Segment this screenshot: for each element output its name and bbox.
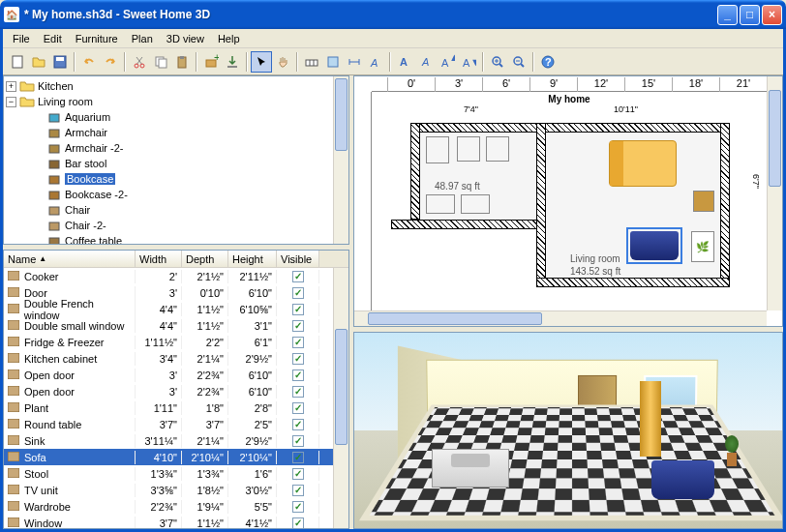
visibility-checkbox[interactable]: ✓ [292, 485, 304, 496]
table-row[interactable]: Cooker2'2'1½"2'11½"✓ [4, 268, 333, 284]
plan-view-2d[interactable]: 0'3'6'9'12'15'18'21' My home 7'4" 10'11"… [353, 75, 783, 327]
furniture-item[interactable] [693, 191, 714, 212]
furniture-item[interactable] [426, 136, 449, 163]
column-header-visible[interactable]: Visible [277, 251, 319, 267]
table-row[interactable]: Sofa4'10"2'10¼"2'10¼"✓ [4, 449, 333, 465]
select-tool-button[interactable] [251, 51, 272, 73]
table-scrollbar[interactable] [333, 268, 348, 528]
visibility-checkbox[interactable]: ✓ [292, 369, 304, 381]
zoom-out-button[interactable] [508, 51, 529, 73]
furniture-item[interactable] [457, 136, 480, 162]
visibility-checkbox[interactable]: ✓ [292, 304, 304, 315]
decrease-text-button[interactable]: A▼ [458, 51, 479, 73]
tree-item[interactable]: Armchair -2- [6, 140, 331, 156]
text-italic-button[interactable]: A [415, 51, 437, 73]
tree-item[interactable]: Chair [6, 202, 331, 218]
table-row[interactable]: Sink3'11¼"2'1¼"2'9½"✓ [4, 432, 333, 449]
table-row[interactable]: Double small window4'4"1'1½"3'1"✓ [4, 317, 333, 334]
tree-toggle-icon[interactable]: − [6, 97, 16, 107]
visibility-checkbox[interactable]: ✓ [292, 353, 304, 365]
furniture-item[interactable] [426, 194, 455, 214]
text-bold-button[interactable]: A [394, 51, 415, 73]
visibility-checkbox[interactable]: ✓ [292, 501, 304, 513]
furniture-bed[interactable] [609, 140, 677, 187]
menu-furniture[interactable]: Furniture [70, 31, 124, 46]
menu-3dview[interactable]: 3D view [161, 31, 210, 46]
cut-button[interactable] [129, 51, 150, 73]
tree-item[interactable]: Armchair [6, 125, 331, 140]
table-row[interactable]: Plant1'11"1'8"2'8"✓ [4, 399, 333, 416]
visibility-checkbox[interactable]: ✓ [292, 271, 304, 282]
furniture-catalog-tree[interactable]: +Kitchen−Living roomAquariumArmchairArmc… [3, 75, 349, 245]
tree-item[interactable]: +Kitchen [6, 78, 331, 94]
table-row[interactable]: Wardrobe2'2¾"1'9¼"5'5"✓ [4, 498, 333, 515]
paste-button[interactable] [171, 51, 193, 73]
table-row[interactable]: Open door3'2'2¾"6'10"✓ [4, 367, 333, 383]
import-button[interactable] [222, 51, 243, 73]
tree-toggle-icon[interactable]: + [6, 81, 16, 92]
furniture-list-table[interactable]: Name▲ Width Depth Height Visible Cooker2… [3, 250, 349, 529]
visibility-checkbox[interactable]: ✓ [292, 287, 304, 299]
furniture-icon [8, 452, 21, 463]
column-header-width[interactable]: Width [136, 251, 182, 267]
table-row[interactable]: Window3'7"1'1½"4'1½"✓ [4, 515, 333, 528]
close-button[interactable]: × [762, 5, 782, 25]
tree-item[interactable]: Chair -2- [6, 218, 331, 233]
add-furniture-button[interactable]: + [200, 51, 222, 73]
visibility-checkbox[interactable]: ✓ [292, 386, 304, 398]
visibility-checkbox[interactable]: ✓ [292, 320, 304, 332]
plan-vertical-scrollbar[interactable] [767, 76, 782, 310]
pan-tool-button[interactable] [272, 51, 293, 73]
help-button[interactable]: ? [537, 51, 559, 73]
save-button[interactable] [49, 51, 71, 73]
table-row[interactable]: Double French window4'4"1'1½"6'10⅝"✓ [4, 301, 333, 317]
copy-button[interactable] [150, 51, 171, 73]
tree-item[interactable]: Bookcase -2- [6, 187, 331, 202]
visibility-checkbox[interactable]: ✓ [292, 468, 304, 480]
zoom-in-button[interactable] [487, 51, 508, 73]
furniture-item[interactable] [461, 194, 490, 214]
visibility-checkbox[interactable]: ✓ [292, 452, 304, 463]
menu-file[interactable]: File [7, 31, 36, 46]
redo-button[interactable] [100, 51, 121, 73]
tree-item[interactable]: −Living room [6, 94, 331, 109]
menu-edit[interactable]: Edit [38, 31, 68, 46]
column-header-depth[interactable]: Depth [182, 251, 228, 267]
maximize-button[interactable]: □ [740, 5, 760, 25]
table-row[interactable]: Fridge & Freezer1'11½"2'2"6'1"✓ [4, 334, 333, 350]
increase-text-button[interactable]: A▲ [437, 51, 458, 73]
tree-item[interactable]: Bar stool [6, 156, 331, 171]
new-file-button[interactable] [7, 51, 28, 73]
view-3d[interactable] [353, 332, 783, 529]
menu-help[interactable]: Help [212, 31, 246, 46]
add-text-button[interactable]: A [365, 51, 386, 73]
visibility-checkbox[interactable]: ✓ [292, 419, 304, 430]
menu-plan[interactable]: Plan [126, 31, 159, 46]
column-header-height[interactable]: Height [228, 251, 277, 267]
visibility-checkbox[interactable]: ✓ [292, 337, 304, 348]
tree-item[interactable]: Coffee table [6, 233, 331, 244]
create-rooms-button[interactable] [322, 51, 344, 73]
minimize-button[interactable]: _ [717, 5, 738, 25]
undo-button[interactable] [78, 51, 100, 73]
furniture-icon [8, 419, 21, 430]
furniture-plant[interactable]: 🌿 [691, 231, 714, 262]
table-row[interactable]: Kitchen cabinet3'4"2'1¼"2'9½"✓ [4, 350, 333, 367]
visibility-checkbox[interactable]: ✓ [292, 402, 304, 414]
furniture-item[interactable] [486, 136, 509, 162]
plan-horizontal-scrollbar[interactable] [354, 310, 767, 326]
table-row[interactable]: Open door3'2'2¾"6'10"✓ [4, 383, 333, 399]
visibility-checkbox[interactable]: ✓ [292, 435, 304, 447]
column-header-name[interactable]: Name▲ [4, 251, 136, 267]
table-row[interactable]: Stool1'3¾"1'3¾"1'6"✓ [4, 465, 333, 482]
table-row[interactable]: Round table3'7"3'7"2'5"✓ [4, 416, 333, 432]
create-walls-button[interactable] [301, 51, 322, 73]
tree-item[interactable]: Bookcase [6, 171, 331, 187]
selected-furniture-sofa[interactable] [626, 227, 682, 264]
table-row[interactable]: TV unit3'3⅝"1'8½"3'0½"✓ [4, 482, 333, 498]
tree-scrollbar[interactable] [333, 76, 348, 244]
open-file-button[interactable] [28, 51, 49, 73]
create-dimensions-button[interactable] [344, 51, 365, 73]
visibility-checkbox[interactable]: ✓ [292, 517, 304, 529]
tree-item[interactable]: Aquarium [6, 109, 331, 125]
